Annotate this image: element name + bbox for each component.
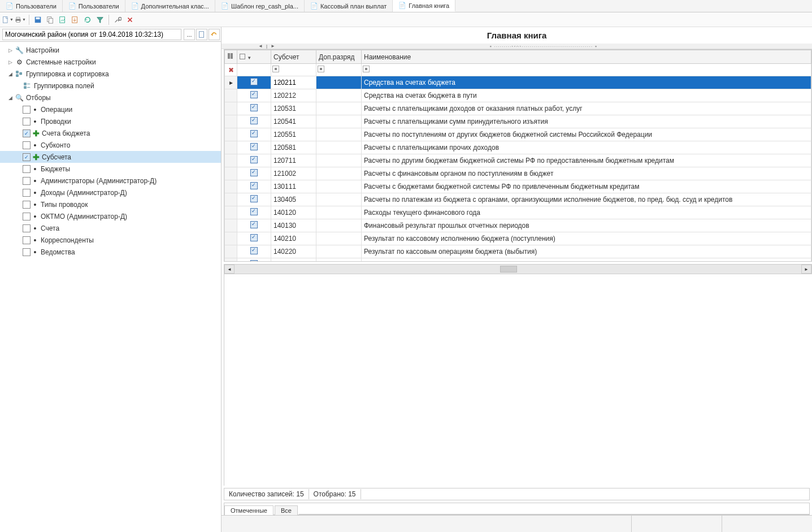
config-name-input[interactable] bbox=[2, 29, 181, 40]
tree-checkbox[interactable] bbox=[23, 248, 31, 256]
tab-template[interactable]: 📄 Шаблон rep_cash_pla... bbox=[215, 0, 305, 12]
table-row[interactable]: 140220Результат по кассовым операциям бю… bbox=[225, 245, 811, 258]
table-row[interactable]: 140210Результат по кассовому исполнению … bbox=[225, 232, 811, 245]
row-checkbox[interactable] bbox=[237, 128, 271, 141]
tree-checkbox[interactable] bbox=[23, 201, 31, 209]
row-checkbox[interactable] bbox=[237, 232, 271, 245]
tree-filter-item[interactable]: •Корреспонденты bbox=[0, 234, 221, 246]
row-checkbox[interactable] bbox=[237, 141, 271, 154]
tree-filter-item[interactable]: •ОКТМО (Администратор-Д) bbox=[0, 210, 221, 222]
tree-filter-item[interactable]: ✓✚Субсчета bbox=[0, 151, 221, 163]
tab-main-ledger[interactable]: 📄 Главная книга bbox=[393, 0, 455, 12]
table-row[interactable]: 130405Расчеты по платежам из бюджета с о… bbox=[225, 193, 811, 206]
filter-check[interactable] bbox=[237, 64, 271, 76]
tree-filter-item[interactable]: •Операции bbox=[0, 103, 221, 115]
tree-checkbox[interactable] bbox=[23, 213, 31, 220]
row-checkbox[interactable] bbox=[237, 102, 271, 115]
refresh-button[interactable] bbox=[82, 14, 93, 25]
horizontal-scrollbar[interactable]: ◄ ► bbox=[224, 264, 812, 274]
tree-filter-item[interactable]: •Проводки bbox=[0, 115, 221, 127]
grid-col-name[interactable]: Наименование bbox=[362, 50, 811, 64]
row-checkbox[interactable] bbox=[237, 167, 271, 180]
filter-pin[interactable]: ✖ bbox=[225, 64, 237, 76]
tree-filter-item[interactable]: •Администраторы (Администратор-Д) bbox=[0, 175, 221, 187]
table-row[interactable]: 120711Расчеты по другим бюджетам бюджетн… bbox=[225, 154, 811, 167]
row-checkbox[interactable] bbox=[237, 258, 271, 262]
copy-button[interactable] bbox=[45, 14, 56, 25]
filter-name[interactable] bbox=[362, 64, 811, 76]
tab-extra-class[interactable]: 📄 Дополнительная клас... bbox=[125, 0, 215, 12]
grid-col-extra[interactable]: Доп.разряд bbox=[316, 50, 362, 64]
collapse-icon[interactable]: ◢ bbox=[7, 71, 14, 77]
table-row[interactable]: ▸120211Средства на счетах бюджета bbox=[225, 76, 811, 89]
collapse-icon[interactable]: ◢ bbox=[7, 95, 14, 101]
filter-subaccount[interactable] bbox=[271, 64, 316, 76]
table-row[interactable]: 140120Расходы текущего финансового года bbox=[225, 206, 811, 219]
tree-filter-item[interactable]: •Бюджеты bbox=[0, 163, 221, 175]
row-checkbox[interactable] bbox=[237, 154, 271, 167]
tree-filter-item[interactable]: ✓✚Счета бюджета bbox=[0, 127, 221, 139]
tree-filter-item[interactable]: •Счета bbox=[0, 222, 221, 234]
tree-checkbox[interactable] bbox=[23, 165, 31, 173]
tab-cash-plan[interactable]: 📄 Кассовый план выплат bbox=[305, 0, 393, 12]
print-button[interactable]: ▼ bbox=[15, 14, 26, 25]
browse-button[interactable]: ... bbox=[184, 29, 195, 40]
delete-button[interactable] bbox=[124, 14, 136, 25]
scroll-left-button[interactable]: ◄ bbox=[224, 265, 235, 274]
export-button[interactable] bbox=[57, 14, 68, 25]
tab-users-1[interactable]: 📄 Пользователи bbox=[0, 0, 63, 12]
table-row[interactable]: 140230Результат прошлых отчетных периодо… bbox=[225, 258, 811, 262]
table-row[interactable]: 120551Расчеты по поступлениям от других … bbox=[225, 128, 811, 141]
tree-filter-item[interactable]: •Типы проводок bbox=[0, 198, 221, 210]
undo-button[interactable] bbox=[209, 29, 220, 40]
row-checkbox[interactable] bbox=[237, 115, 271, 128]
tree-filters[interactable]: ◢ 🔍 Отборы bbox=[0, 92, 221, 103]
save-button[interactable] bbox=[32, 14, 44, 25]
new-config-button[interactable] bbox=[196, 29, 207, 40]
row-checkbox[interactable] bbox=[237, 219, 271, 232]
tree-checkbox[interactable]: ✓ bbox=[23, 153, 31, 161]
row-checkbox[interactable] bbox=[237, 206, 271, 219]
grid-check-header[interactable]: ▼ bbox=[237, 50, 271, 64]
row-checkbox[interactable] bbox=[237, 89, 271, 102]
tree-checkbox[interactable] bbox=[23, 236, 31, 244]
tree-filter-item[interactable]: •Доходы (Администратор-Д) bbox=[0, 187, 221, 198]
tree-settings[interactable]: ▷ 🔧 Настройки bbox=[0, 44, 221, 56]
table-row[interactable]: 120581Расчеты с плательщиками прочих дох… bbox=[225, 141, 811, 154]
tree-checkbox[interactable] bbox=[23, 177, 31, 185]
tree-checkbox[interactable]: ✓ bbox=[23, 129, 31, 137]
table-row[interactable]: 120531Расчеты с плательщиками доходов от… bbox=[225, 102, 811, 115]
import-button[interactable] bbox=[70, 14, 81, 25]
table-row[interactable]: 120541Расчеты с плательщиками сумм прину… bbox=[225, 115, 811, 128]
row-checkbox[interactable] bbox=[237, 76, 271, 89]
row-checkbox[interactable] bbox=[237, 193, 271, 206]
horizontal-splitter[interactable]: ◄|► ▪ ··································… bbox=[222, 44, 812, 49]
tree-filter-item[interactable]: •Субконто bbox=[0, 139, 221, 151]
filter-tab-all[interactable]: Все bbox=[275, 505, 298, 515]
row-checkbox[interactable] bbox=[237, 180, 271, 193]
tree-checkbox[interactable] bbox=[23, 118, 31, 126]
expand-icon[interactable]: ▷ bbox=[7, 47, 14, 53]
tree-checkbox[interactable] bbox=[23, 224, 31, 232]
table-row[interactable]: 130111Расчеты с бюджетами бюджетной сист… bbox=[225, 180, 811, 193]
tree-grouping[interactable]: ◢ Группировка и сортировка bbox=[0, 68, 221, 80]
filter-extra[interactable] bbox=[316, 64, 362, 76]
new-button[interactable]: ▼ bbox=[2, 14, 14, 25]
scroll-right-button[interactable]: ► bbox=[801, 265, 811, 274]
data-grid[interactable]: ▼ Субсчет Доп.разряд Наименование ✖ ▸120… bbox=[224, 49, 812, 262]
tree-system-settings[interactable]: ▷ ⚙ Системные настройки bbox=[0, 56, 221, 68]
tab-users-2[interactable]: 📄 Пользователи bbox=[63, 0, 125, 12]
row-checkbox[interactable] bbox=[237, 245, 271, 258]
tree-checkbox[interactable] bbox=[23, 141, 31, 149]
scroll-thumb[interactable] bbox=[500, 266, 517, 273]
expand-icon[interactable]: ▷ bbox=[7, 59, 14, 65]
tree-field-grouping[interactable]: Группировка полей bbox=[0, 80, 221, 92]
grid-indicator-header[interactable] bbox=[225, 50, 237, 64]
filter-button[interactable] bbox=[94, 14, 106, 25]
tools-button[interactable] bbox=[112, 14, 123, 25]
grid-col-subaccount[interactable]: Субсчет bbox=[271, 50, 316, 64]
tree-filter-item[interactable]: •Ведомства bbox=[0, 246, 221, 258]
filter-tab-marked[interactable]: Отмеченные bbox=[224, 505, 273, 515]
tree-checkbox[interactable] bbox=[23, 189, 31, 197]
table-row[interactable]: 120212Средства на счетах бюджета в пути bbox=[225, 89, 811, 102]
